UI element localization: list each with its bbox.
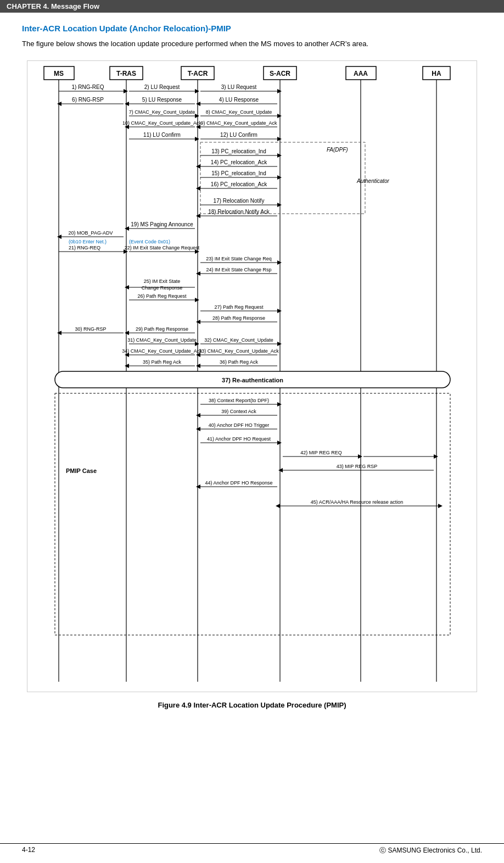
svg-text:28) Path Reg Response: 28) Path Reg Response: [212, 315, 265, 321]
svg-text:37) Re-authentication: 37) Re-authentication: [222, 377, 283, 383]
section-title: Inter-ACR Location Update (Anchor Reloca…: [22, 24, 482, 33]
svg-text:HA: HA: [432, 70, 441, 77]
svg-text:21) RNG-REQ: 21) RNG-REQ: [69, 245, 100, 250]
svg-text:2) LU Request: 2) LU Request: [144, 84, 180, 90]
svg-marker-140: [196, 413, 200, 417]
svg-marker-73: [196, 214, 200, 218]
svg-text:17) Relocation Notify: 17) Relocation Notify: [214, 198, 265, 204]
svg-text:AAA: AAA: [354, 70, 368, 77]
diagram-container: MS T-RAS T-ACR S-ACR AAA HA: [27, 60, 477, 692]
svg-marker-57: [277, 153, 282, 158]
svg-marker-100: [195, 298, 199, 302]
svg-text:8) CMAC_Key_Count_Update: 8) CMAC_Key_Count_Update: [206, 109, 272, 115]
svg-text:26) Path Reg Request: 26) Path Reg Request: [137, 293, 187, 299]
svg-marker-60: [196, 164, 200, 169]
svg-marker-161: [438, 504, 443, 508]
svg-text:44) Anchor DPF HO Response: 44) Anchor DPF HO Response: [205, 480, 272, 486]
svg-text:3) LU Request: 3) LU Request: [221, 84, 257, 90]
svg-text:(0b10 Enter Net.): (0b10 Enter Net.): [69, 239, 107, 244]
svg-text:25) IM Exit State: 25) IM Exit State: [144, 279, 181, 284]
figure-caption: Figure 4.9 Inter-ACR Location Update Pro…: [22, 701, 482, 709]
svg-marker-96: [125, 285, 129, 289]
svg-text:6) RNG-RSP: 6) RNG-RSP: [72, 97, 104, 103]
svg-text:31) CMAC_Key_Count_Update: 31) CMAC_Key_Count_Update: [127, 337, 197, 343]
svg-text:24) IM Exit State Change Rsp: 24) IM Exit State Change Rsp: [206, 267, 271, 272]
svg-text:42) MIP REG REQ: 42) MIP REG REQ: [300, 450, 341, 455]
svg-marker-79: [57, 235, 61, 239]
intro-text: The figure below shows the location upda…: [22, 38, 482, 49]
svg-marker-109: [125, 331, 129, 335]
svg-text:10) CMAC_Key_Count_update_Ack: 10) CMAC_Key_Count_update_Ack: [122, 120, 202, 126]
chapter-label: CHAPTER 4. Message Flow: [7, 2, 99, 10]
svg-text:23) IM Exit State Change Req: 23) IM Exit State Change Req: [206, 256, 272, 261]
svg-marker-63: [277, 175, 282, 180]
svg-marker-157: [196, 485, 200, 489]
svg-marker-22: [195, 89, 199, 93]
svg-marker-67: [196, 186, 200, 191]
svg-marker-19: [124, 89, 128, 93]
svg-marker-112: [57, 331, 61, 335]
svg-text:PMIP Case: PMIP Case: [66, 467, 97, 474]
svg-text:13) PC_relocation_Ind: 13) PC_relocation_Ind: [211, 148, 266, 154]
svg-text:7) CMAC_Key_Count_Update: 7) CMAC_Key_Count_Update: [129, 109, 195, 115]
svg-marker-31: [125, 102, 129, 106]
svg-text:34) CMAC_Key_Count_Update_Ack: 34) CMAC_Key_Count_Update_Ack: [122, 348, 202, 354]
svg-marker-76: [125, 226, 129, 231]
svg-marker-40: [277, 114, 282, 118]
svg-marker-37: [195, 114, 199, 118]
svg-text:20) MOB_PAG-ADV: 20) MOB_PAG-ADV: [69, 230, 113, 236]
svg-marker-49: [195, 137, 199, 141]
svg-text:22) IM Exit State Change Reque: 22) IM Exit State Change Request: [125, 245, 200, 250]
footer-page-number: 4-12: [22, 846, 35, 855]
svg-text:33) CMAC_Key_Count_Update_Ack: 33) CMAC_Key_Count_Update_Ack: [199, 348, 279, 354]
svg-text:T-RAS: T-RAS: [116, 70, 136, 77]
svg-text:36) Path Reg Ack: 36) Path Reg Ack: [220, 359, 259, 365]
svg-text:Change Response: Change Response: [142, 285, 183, 291]
svg-marker-118: [277, 342, 282, 346]
svg-text:1) RNG-REQ: 1) RNG-REQ: [72, 84, 104, 90]
svg-text:32) CMAC_Key_Count_Update: 32) CMAC_Key_Count_Update: [204, 337, 273, 343]
svg-marker-146: [277, 441, 282, 445]
svg-text:41) Anchor DPF HO Request: 41) Anchor DPF HO Request: [207, 436, 271, 442]
svg-text:30) RNG-RSP: 30) RNG-RSP: [75, 326, 106, 332]
svg-text:T-ACR: T-ACR: [188, 70, 208, 77]
svg-marker-127: [125, 364, 129, 368]
svg-text:43) MIP REG RSP: 43) MIP REG RSP: [337, 464, 377, 469]
svg-marker-154: [278, 468, 283, 472]
svg-text:5) LU Response: 5) LU Response: [142, 97, 182, 103]
svg-text:15) PC_relocation_Ind: 15) PC_relocation_Ind: [211, 170, 266, 176]
svg-marker-90: [277, 260, 282, 265]
svg-marker-152: [434, 454, 438, 459]
svg-text:38) Context Report(to DPF): 38) Context Report(to DPF): [209, 398, 269, 403]
svg-text:4) LU Response: 4) LU Response: [219, 97, 259, 103]
svg-text:11) LU Confirm: 11) LU Confirm: [143, 132, 181, 138]
svg-marker-52: [277, 137, 282, 141]
svg-text:14) PC_relocation_Ack: 14) PC_relocation_Ack: [211, 159, 267, 165]
svg-text:39) Context Ack: 39) Context Ack: [221, 409, 256, 414]
svg-text:35) Path Reg Ack: 35) Path Reg Ack: [143, 359, 182, 365]
svg-text:MS: MS: [54, 70, 64, 77]
svg-rect-134: [55, 393, 450, 635]
svg-marker-34: [196, 102, 200, 106]
svg-marker-25: [277, 89, 282, 93]
svg-marker-106: [196, 320, 200, 324]
svg-marker-70: [277, 203, 282, 207]
svg-text:40) Anchor DPF HO Trigger: 40) Anchor DPF HO Trigger: [209, 422, 270, 428]
svg-text:45) ACR/AAA/HA Resource releas: 45) ACR/AAA/HA Resource release action: [311, 499, 404, 505]
page-header: CHAPTER 4. Message Flow: [0, 0, 504, 13]
svg-marker-143: [196, 427, 200, 431]
svg-marker-93: [196, 271, 200, 276]
svg-marker-130: [196, 364, 200, 368]
svg-text:Authenticator: Authenticator: [356, 178, 390, 184]
svg-text:27) Path Reg Request: 27) Path Reg Request: [214, 304, 264, 310]
svg-text:29) Path Reg Response: 29) Path Reg Response: [136, 326, 188, 332]
svg-text:9) CMAC_Key_Count_update_Ack: 9) CMAC_Key_Count_update_Ack: [200, 120, 277, 126]
svg-marker-160: [276, 504, 280, 508]
svg-text:S-ACR: S-ACR: [270, 70, 290, 77]
svg-text:12) LU Confirm: 12) LU Confirm: [220, 132, 257, 138]
svg-text:19) MS Paging Announce: 19) MS Paging Announce: [131, 221, 193, 227]
svg-marker-149: [358, 454, 362, 459]
svg-text:16) PC_relocation_Ack: 16) PC_relocation_Ack: [211, 181, 267, 187]
svg-text:(Event Code 0x01): (Event Code 0x01): [129, 239, 170, 244]
svg-marker-137: [277, 402, 282, 407]
